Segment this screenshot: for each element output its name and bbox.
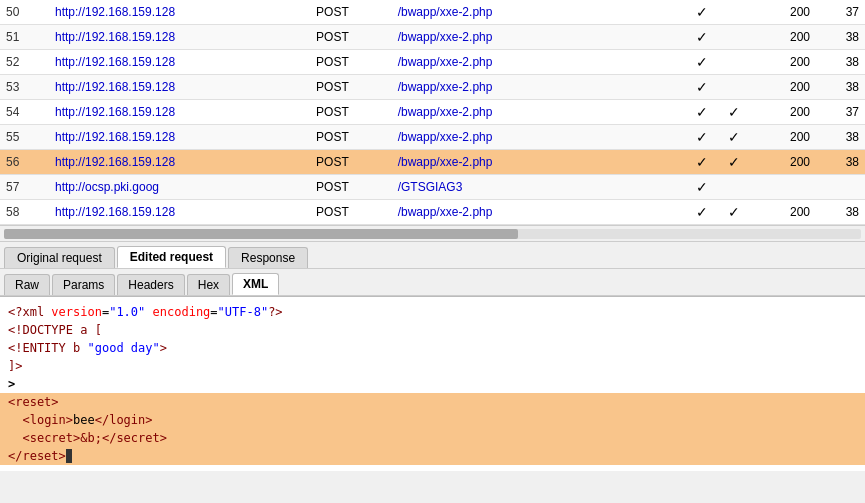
row-path: /GTSGIAG3 bbox=[392, 175, 686, 200]
row-check1: ✓ bbox=[685, 200, 718, 225]
horizontal-scroll-thumb bbox=[4, 229, 518, 239]
row-status bbox=[751, 175, 816, 200]
row-method: POST bbox=[310, 125, 392, 150]
row-check1: ✓ bbox=[685, 100, 718, 125]
sub-tabs-row: RawParamsHeadersHexXML bbox=[0, 269, 865, 295]
table-row[interactable]: 57 http://ocsp.pki.goog POST /GTSGIAG3 ✓ bbox=[0, 175, 865, 200]
row-check1: ✓ bbox=[685, 0, 718, 25]
table-row[interactable]: 53 http://192.168.159.128 POST /bwapp/xx… bbox=[0, 75, 865, 100]
row-size: 38 bbox=[816, 50, 865, 75]
table-row[interactable]: 50 http://192.168.159.128 POST /bwapp/xx… bbox=[0, 0, 865, 25]
text-cursor bbox=[66, 449, 72, 463]
request-table: 50 http://192.168.159.128 POST /bwapp/xx… bbox=[0, 0, 865, 225]
xml-line-6: <reset> bbox=[8, 393, 857, 411]
xml-line-4: ]> bbox=[8, 357, 857, 375]
table-row[interactable]: 56 http://192.168.159.128 POST /bwapp/xx… bbox=[0, 150, 865, 175]
row-id: 57 bbox=[0, 175, 49, 200]
row-check2: ✓ bbox=[718, 150, 751, 175]
row-size bbox=[816, 175, 865, 200]
xml-line-3: <!ENTITY b "good day"> bbox=[8, 339, 857, 357]
row-check1: ✓ bbox=[685, 50, 718, 75]
xml-line-2: <!DOCTYPE a [ bbox=[8, 321, 857, 339]
tabs-section: Original requestEdited requestResponse bbox=[0, 241, 865, 269]
table-row[interactable]: 54 http://192.168.159.128 POST /bwapp/xx… bbox=[0, 100, 865, 125]
row-url: http://192.168.159.128 bbox=[49, 200, 310, 225]
table-row[interactable]: 51 http://192.168.159.128 POST /bwapp/xx… bbox=[0, 25, 865, 50]
row-method: POST bbox=[310, 200, 392, 225]
row-id: 50 bbox=[0, 0, 49, 25]
xml-line-9: </reset> bbox=[8, 447, 857, 465]
main-tab-2[interactable]: Response bbox=[228, 247, 308, 268]
row-status: 200 bbox=[751, 50, 816, 75]
row-check1: ✓ bbox=[685, 150, 718, 175]
row-url: http://192.168.159.128 bbox=[49, 100, 310, 125]
main-tabs-row: Original requestEdited requestResponse bbox=[0, 242, 865, 268]
row-status: 200 bbox=[751, 150, 816, 175]
row-url: http://192.168.159.128 bbox=[49, 50, 310, 75]
table-section: 50 http://192.168.159.128 POST /bwapp/xx… bbox=[0, 0, 865, 225]
row-size: 38 bbox=[816, 75, 865, 100]
row-id: 52 bbox=[0, 50, 49, 75]
scrollbar-row[interactable] bbox=[0, 225, 865, 241]
row-path: /bwapp/xxe-2.php bbox=[392, 75, 686, 100]
xml-line-8: <secret>&b;</secret> bbox=[8, 429, 857, 447]
row-path: /bwapp/xxe-2.php bbox=[392, 125, 686, 150]
sub-tab-2[interactable]: Headers bbox=[117, 274, 184, 295]
row-check1: ✓ bbox=[685, 25, 718, 50]
main-tab-1[interactable]: Edited request bbox=[117, 246, 226, 268]
sub-tab-1[interactable]: Params bbox=[52, 274, 115, 295]
row-check1: ✓ bbox=[685, 125, 718, 150]
row-path: /bwapp/xxe-2.php bbox=[392, 0, 686, 25]
row-status: 200 bbox=[751, 75, 816, 100]
row-path: /bwapp/xxe-2.php bbox=[392, 200, 686, 225]
row-id: 55 bbox=[0, 125, 49, 150]
row-url: http://192.168.159.128 bbox=[49, 150, 310, 175]
row-id: 58 bbox=[0, 200, 49, 225]
row-id: 54 bbox=[0, 100, 49, 125]
row-size: 38 bbox=[816, 125, 865, 150]
row-id: 53 bbox=[0, 75, 49, 100]
xml-line-1: <?xml version="1.0" encoding="UTF-8"?> bbox=[8, 303, 857, 321]
sub-tab-0[interactable]: Raw bbox=[4, 274, 50, 295]
horizontal-scroll-track[interactable] bbox=[4, 229, 861, 239]
row-size: 37 bbox=[816, 100, 865, 125]
row-url: http://192.168.159.128 bbox=[49, 125, 310, 150]
row-status: 200 bbox=[751, 100, 816, 125]
row-path: /bwapp/xxe-2.php bbox=[392, 100, 686, 125]
row-status: 200 bbox=[751, 200, 816, 225]
row-id: 56 bbox=[0, 150, 49, 175]
row-size: 37 bbox=[816, 0, 865, 25]
row-check2 bbox=[718, 25, 751, 50]
row-check2 bbox=[718, 0, 751, 25]
subtabs-section: RawParamsHeadersHexXML bbox=[0, 269, 865, 296]
row-url: http://ocsp.pki.goog bbox=[49, 175, 310, 200]
row-path: /bwapp/xxe-2.php bbox=[392, 150, 686, 175]
row-path: /bwapp/xxe-2.php bbox=[392, 25, 686, 50]
table-row[interactable]: 58 http://192.168.159.128 POST /bwapp/xx… bbox=[0, 200, 865, 225]
highlighted-xml-block: <reset> <login>bee</login> <secret>&b;</… bbox=[0, 393, 865, 465]
row-status: 200 bbox=[751, 0, 816, 25]
row-check2: ✓ bbox=[718, 200, 751, 225]
row-method: POST bbox=[310, 50, 392, 75]
sub-tab-3[interactable]: Hex bbox=[187, 274, 230, 295]
row-check2 bbox=[718, 50, 751, 75]
row-url: http://192.168.159.128 bbox=[49, 25, 310, 50]
row-method: POST bbox=[310, 25, 392, 50]
content-area: <?xml version="1.0" encoding="UTF-8"?> <… bbox=[0, 296, 865, 471]
table-row[interactable]: 55 http://192.168.159.128 POST /bwapp/xx… bbox=[0, 125, 865, 150]
row-status: 200 bbox=[751, 125, 816, 150]
xml-line-7: <login>bee</login> bbox=[8, 411, 857, 429]
row-size: 38 bbox=[816, 200, 865, 225]
sub-tab-4[interactable]: XML bbox=[232, 273, 279, 295]
main-tab-0[interactable]: Original request bbox=[4, 247, 115, 268]
row-check2 bbox=[718, 75, 751, 100]
row-path: /bwapp/xxe-2.php bbox=[392, 50, 686, 75]
row-check1: ✓ bbox=[685, 75, 718, 100]
row-id: 51 bbox=[0, 25, 49, 50]
table-row[interactable]: 52 http://192.168.159.128 POST /bwapp/xx… bbox=[0, 50, 865, 75]
row-url: http://192.168.159.128 bbox=[49, 0, 310, 25]
row-status: 200 bbox=[751, 25, 816, 50]
row-method: POST bbox=[310, 75, 392, 100]
xml-line-5: > bbox=[8, 375, 857, 393]
row-method: POST bbox=[310, 100, 392, 125]
